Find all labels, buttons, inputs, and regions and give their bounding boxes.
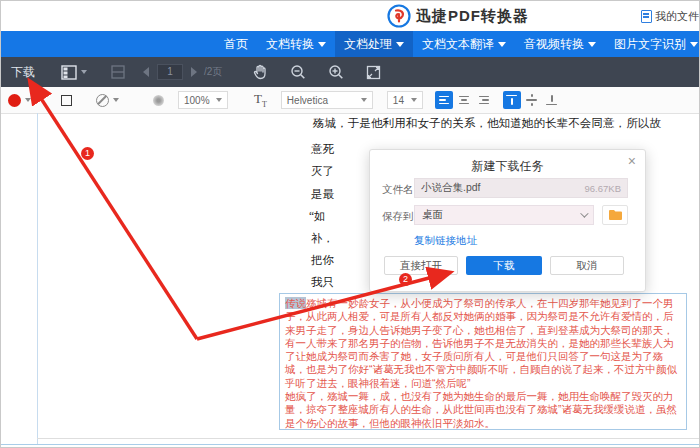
caret-down-icon [216, 98, 222, 102]
modal-download-button[interactable]: 下载 [466, 256, 542, 275]
fullscreen-button[interactable] [366, 65, 381, 80]
nav-item-ocr[interactable]: 图片文字识别 [605, 31, 700, 57]
arrow-to-download-tool [31, 83, 197, 339]
fullscreen-icon [366, 65, 381, 80]
align-middle-button[interactable] [523, 91, 541, 109]
app-title: 迅捷PDF转换器 [416, 7, 529, 26]
extracted-text-block[interactable]: 传说殇城有一妙龄女子，从小便成为了祭司的传承人，在十四岁那年她见到了一个男 子，… [279, 293, 687, 430]
excerpt-line: 量，掠夺了整座城所有人的生命，从此世间再也没有了殇城”诸葛无我缓缓说道，虽然 [285, 403, 681, 416]
app-window: 迅捷PDF转换器 我的文件 首页 文档转换 文档处理 文档文本翻译 音视频转换 … [0, 0, 700, 448]
hand-tool-button[interactable] [252, 64, 268, 80]
color-picker-button[interactable] [8, 94, 21, 107]
viewer-bottom-border [1, 444, 700, 445]
viewer-toolbar: 下载 1 /2页 [1, 57, 700, 87]
font-size-select[interactable]: 14 [387, 91, 423, 109]
page-total-label: /2页 [204, 65, 222, 79]
document-text-fragment: 意死 [311, 142, 334, 157]
dialog-title: 新建下载任务 [370, 158, 645, 175]
excerpt-line: 城，也是为了你好“诸葛无我也不管方中颜听不听，自顾自的说了起来，不过方中颜似 [285, 363, 681, 376]
nav-item-av-convert[interactable]: 音视频转换 [515, 31, 605, 57]
align-center-button[interactable] [455, 91, 473, 109]
selected-text: 传说 [285, 297, 306, 309]
app-header: 迅捷PDF转换器 我的文件 [1, 1, 700, 31]
open-directly-button[interactable]: 直接打开 [384, 256, 458, 275]
no-fill-button[interactable] [96, 94, 109, 107]
zoom-in-icon [328, 64, 344, 80]
main-navbar: 首页 文档转换 文档处理 文档文本翻译 音视频转换 图片文字识别 语音识别 论文… [1, 31, 700, 57]
excerpt-line: 子，从此两人相爱，可是所有人都反对她俩的婚事，因为祭司是不允许有爱情的，后 [285, 310, 681, 323]
page-left-border [37, 113, 38, 444]
logo-icon [387, 4, 411, 28]
caret-down-icon [396, 42, 404, 47]
folder-icon [608, 209, 623, 221]
thumbnail-panel-button[interactable] [61, 65, 87, 80]
file-size-label: 96.67KB [585, 183, 621, 194]
caret-down-icon [588, 42, 596, 47]
filename-field[interactable]: 小说合集.pdf 96.67KB [414, 178, 628, 198]
blur-tool-icon[interactable] [153, 95, 164, 106]
download-dialog: 新建下载任务 × 文件名 小说合集.pdf 96.67KB 保存到 桌面 复制链… [369, 149, 646, 292]
excerpt-line: 了让她成为祭司而杀害了她，女子质问所有人，可是他们只回答了一句这是为了殇 [285, 350, 681, 363]
page-layout-icon [111, 65, 125, 79]
chevron-down-icon [580, 209, 588, 217]
document-text-fragment: 把你 [311, 253, 334, 268]
align-top-button[interactable] [503, 91, 521, 109]
zoom-out-icon [290, 64, 306, 80]
nav-item-home[interactable]: 首页 [215, 31, 257, 57]
download-button[interactable]: 下载 [1, 64, 45, 81]
page-number-input[interactable]: 1 [157, 64, 183, 80]
nav-item-doc-process[interactable]: 文档处理 [335, 31, 413, 57]
filename-value: 小说合集.pdf [421, 181, 585, 195]
align-group [435, 91, 561, 109]
thumbnail-panel-icon [61, 65, 77, 80]
save-location-value: 桌面 [422, 208, 580, 222]
step-1-badge: 1 [81, 147, 94, 160]
filename-label: 文件名 [382, 183, 414, 197]
caret-down-icon [81, 70, 87, 74]
zoom-out-button[interactable] [290, 64, 306, 80]
previous-page-icon[interactable] [143, 67, 149, 77]
excerpt-line: 有一人带来了那名男子的信物，告诉他男子不是无故消失的，是她的那些长辈族人为 [285, 337, 681, 350]
document-text-fragment: 补， [311, 231, 334, 246]
close-icon[interactable]: × [628, 154, 636, 168]
save-location-select[interactable]: 桌面 [414, 205, 594, 225]
cancel-button[interactable]: 取消 [550, 256, 624, 275]
next-page-icon[interactable] [191, 67, 197, 77]
caret-down-icon [318, 42, 326, 47]
align-left-button[interactable] [435, 91, 453, 109]
caret-down-icon [690, 42, 698, 47]
document-text-fragment: 是最 [311, 187, 334, 202]
hand-icon [252, 64, 268, 80]
excerpt-line: 是个伤心的故事，但他的眼神依旧平淡如水。 [285, 417, 681, 430]
zoom-in-button[interactable] [328, 64, 344, 80]
nav-item-text-translate[interactable]: 文档文本翻译 [413, 31, 515, 57]
document-text-fragment: 我只 [311, 275, 334, 290]
document-icon [641, 10, 652, 23]
copy-link-button[interactable]: 复制链接地址 [414, 234, 477, 248]
excerpt-line: 来男子走了，身边人告诉她男子变了心，她也相信了，直到登基成为大祭司的那天， [285, 324, 681, 337]
nav-item-doc-convert[interactable]: 文档转换 [257, 31, 335, 57]
caret-down-icon [361, 98, 367, 102]
document-text-fragment: 灭了 [311, 164, 334, 179]
zoom-select[interactable]: 100% [178, 91, 228, 109]
my-files-label: 我的文件 [655, 9, 699, 24]
document-text-fragment: “如 [309, 209, 326, 224]
caret-down-icon[interactable] [113, 98, 119, 102]
caret-down-icon[interactable] [25, 98, 31, 102]
excerpt-line: 乎听了进去，眼神很着迷，问道“然后呢” [285, 377, 681, 390]
caret-down-icon [498, 42, 506, 47]
my-files-button[interactable]: 我的文件 [641, 9, 699, 24]
rectangle-shape-button[interactable] [61, 95, 72, 106]
format-toolbar: 100% TT Helvetica 14 [1, 87, 700, 114]
browse-folder-button[interactable] [602, 205, 628, 225]
align-right-button[interactable] [475, 91, 493, 109]
font-family-select[interactable]: Helvetica [281, 91, 373, 109]
align-bottom-button[interactable] [543, 91, 561, 109]
document-text-line: 殇城，于是他利用和女子的关系，他知道她的长辈不会同意，所以故 [313, 116, 661, 131]
excerpt-line: 传说殇城有一妙龄女子，从小便成为了祭司的传承人，在十四岁那年她见到了一个男 [285, 297, 681, 310]
text-tool-button[interactable]: TT [254, 91, 267, 109]
caret-down-icon [411, 98, 417, 102]
excerpt-line: 她疯了，殇城一舞，成，也没有了她为她生命的最后一舞，她用生命唤醒了毁灭的力 [285, 390, 681, 403]
app-logo: 迅捷PDF转换器 [387, 4, 529, 28]
page-bottom-border [37, 438, 700, 439]
